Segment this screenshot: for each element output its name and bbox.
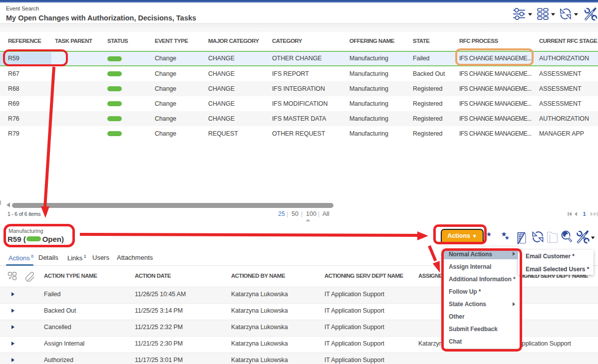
svg-text:1: 1	[583, 211, 587, 217]
